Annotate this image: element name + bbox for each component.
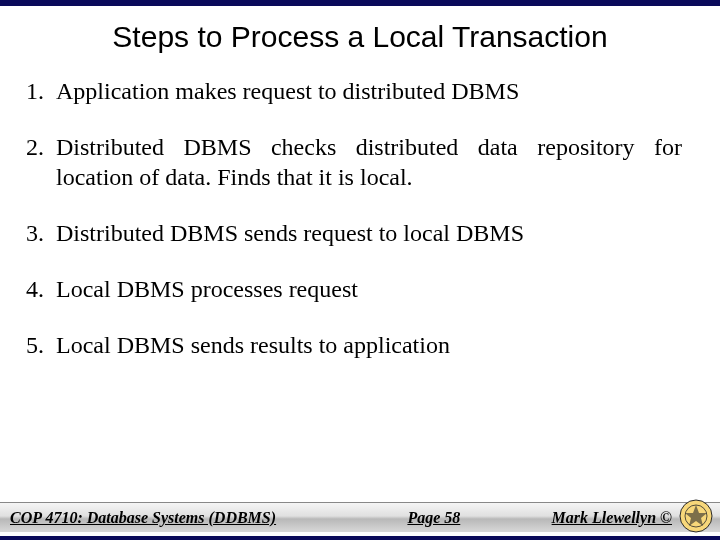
slide-body: 1. Application makes request to distribu…: [0, 62, 720, 360]
footer-course: COP 4710: Database Systems (DDBMS): [0, 509, 276, 527]
step-text: Local DBMS sends results to application: [56, 330, 682, 360]
list-item: 3. Distributed DBMS sends request to loc…: [26, 218, 682, 248]
slide-footer: COP 4710: Database Systems (DDBMS) Page …: [0, 502, 720, 532]
ucf-seal-icon: [678, 498, 714, 534]
step-number: 5.: [26, 330, 56, 360]
step-number: 1.: [26, 76, 56, 106]
list-item: 5. Local DBMS sends results to applicati…: [26, 330, 682, 360]
step-number: 2.: [26, 132, 56, 162]
footer-page: Page 58: [276, 509, 552, 527]
slide-title: Steps to Process a Local Transaction: [0, 6, 720, 62]
step-number: 3.: [26, 218, 56, 248]
list-item: 1. Application makes request to distribu…: [26, 76, 682, 106]
step-text: Distributed DBMS sends request to local …: [56, 218, 682, 248]
list-item: 2. Distributed DBMS checks distributed d…: [26, 132, 682, 192]
step-number: 4.: [26, 274, 56, 304]
step-text: Application makes request to distributed…: [56, 76, 682, 106]
step-text: Distributed DBMS checks distributed data…: [56, 132, 682, 192]
list-item: 4. Local DBMS processes request: [26, 274, 682, 304]
slide: Steps to Process a Local Transaction 1. …: [0, 0, 720, 540]
step-text: Local DBMS processes request: [56, 274, 682, 304]
